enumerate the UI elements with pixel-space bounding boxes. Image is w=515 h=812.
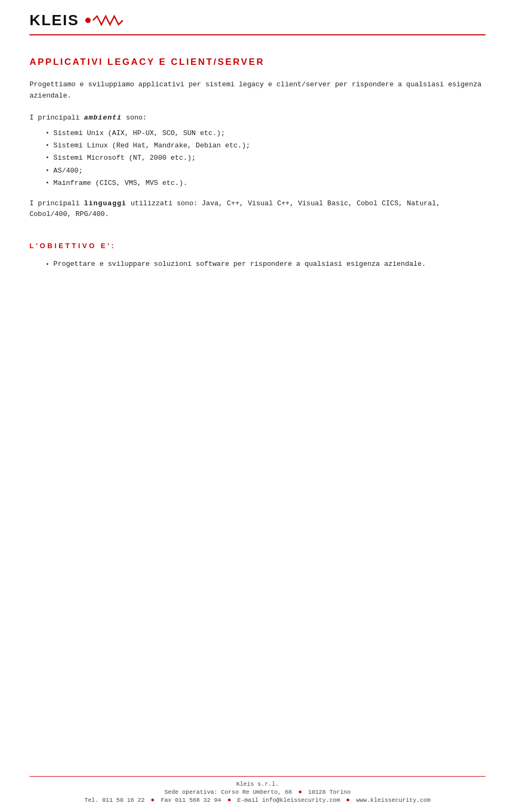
footer: Kleis s.r.l. Sede operativa: Corso Re Um… — [0, 776, 515, 812]
objective-list: Progettare e sviluppare soluzioni softwa… — [46, 258, 485, 270]
objective-title: L'OBIETTIVO E': — [30, 242, 485, 250]
logo-text: KLEIS — [30, 12, 79, 29]
footer-city: 10128 Torino — [308, 789, 350, 795]
page-wrapper: KLEIS APPLICATIVI LEGACY E CLIENT/SERVER… — [0, 0, 515, 812]
list-item: Sistemi Linux (Red Hat, Mandrake, Debian… — [46, 139, 485, 152]
list-item: AS/400; — [46, 165, 485, 177]
footer-bullet-icon — [228, 799, 231, 801]
objective-section: L'OBIETTIVO E': Progettare e sviluppare … — [30, 242, 485, 270]
header: KLEIS — [0, 0, 515, 34]
intro-text: Progettiamo e sviluppiamo applicativi pe… — [30, 79, 485, 102]
environments-list: Sistemi Unix (AIX, HP-UX, SCO, SUN etc.)… — [46, 127, 485, 190]
languages-text: I principali linguaggi utilizzati sono: … — [30, 198, 485, 221]
environments-label-prefix: I principali — [30, 114, 84, 122]
languages-prefix: I principali — [30, 199, 84, 207]
logo-wave-icon — [93, 14, 125, 26]
footer-email: E-mail info@kleissecurity.com — [237, 797, 340, 803]
languages-keyword: linguaggi — [84, 199, 126, 207]
environments-label: I principali ambienti sono: — [30, 114, 485, 122]
footer-fax: Fax 011 568 32 94 — [161, 797, 221, 803]
list-item: Sistemi Unix (AIX, HP-UX, SCO, SUN etc.)… — [46, 127, 485, 139]
list-item: Sistemi Microsoft (NT, 2000 etc.); — [46, 152, 485, 164]
footer-company: Kleis s.r.l. — [30, 781, 485, 787]
footer-bullet-icon — [151, 799, 154, 801]
main-content: APPLICATIVI LEGACY E CLIENT/SERVER Proge… — [0, 35, 515, 281]
logo-dot — [85, 18, 91, 23]
footer-content: Kleis s.r.l. Sede operativa: Corso Re Um… — [0, 781, 515, 812]
footer-address-text: Sede operativa: Corso Re Umberto, 68 — [164, 789, 292, 795]
list-item: Progettare e sviluppare soluzioni softwa… — [46, 258, 485, 270]
footer-divider — [30, 776, 485, 777]
footer-bullet-icon — [299, 791, 301, 793]
footer-address: Sede operativa: Corso Re Umberto, 68 101… — [30, 789, 485, 795]
footer-website: www.kleissecurity.com — [356, 797, 431, 803]
footer-bullet-icon — [347, 799, 349, 801]
footer-tel: Tel. 011 50 16 22 — [84, 797, 144, 803]
environments-label-suffix: sono: — [122, 114, 147, 122]
footer-contact: Tel. 011 50 16 22 Fax 011 568 32 94 E-ma… — [30, 797, 485, 803]
logo-container: KLEIS — [30, 12, 125, 29]
page-title: APPLICATIVI LEGACY E CLIENT/SERVER — [30, 57, 485, 68]
logo-icon — [85, 14, 125, 26]
environments-label-keyword: ambienti — [84, 114, 121, 122]
list-item: Mainframe (CICS, VMS, MVS etc.). — [46, 177, 485, 189]
